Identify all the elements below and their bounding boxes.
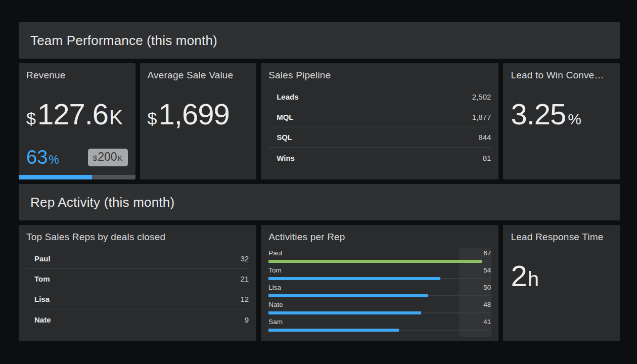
leaderboard-row-value: 9 <box>245 315 249 324</box>
bar-row: Sam 41 <box>268 318 491 332</box>
bar-row: Lisa 50 <box>268 284 491 297</box>
goal-currency-symbol: $ <box>93 154 97 162</box>
bar-track <box>268 277 491 280</box>
pipeline-row-wins: Wins 81 <box>268 148 491 168</box>
conversion-amount: 3.25 <box>511 97 566 131</box>
bar-row-label: Tom <box>268 266 282 274</box>
bar-fill <box>268 260 481 263</box>
average-sale-amount: 1,699 <box>159 97 230 131</box>
top-sales-reps-title: Top Sales Reps by deals closed <box>26 232 249 243</box>
bar-row: Tom 54 <box>268 266 491 280</box>
revenue-title: Revenue <box>26 70 128 81</box>
revenue-progress-percent: 63% <box>26 147 59 168</box>
revenue-value: $127.6K <box>26 97 128 131</box>
bar-row-value: 41 <box>483 318 491 326</box>
goal-unit: K <box>118 154 123 162</box>
bar-row-label: Nate <box>268 301 283 308</box>
bar-row-label: Sam <box>268 318 283 326</box>
bar-row-value: 67 <box>483 249 491 257</box>
revenue-percent-sign: % <box>49 153 59 167</box>
card-revenue: Revenue $127.6K 63% $200K <box>19 63 135 179</box>
sales-pipeline-rows: Leads 2,502 MQL 1,877 SQL 844 Wins 81 <box>268 87 491 168</box>
section-header-team-performance: Team Performance (this month) <box>19 22 620 59</box>
pipeline-row-label: Leads <box>277 93 298 101</box>
leaderboard-row-label: Lisa <box>34 295 50 303</box>
activities-title: Activities per Rep <box>268 232 491 243</box>
bar-fill <box>268 277 440 280</box>
pipeline-row-value: 844 <box>478 133 491 142</box>
leaderboard-row-value: 21 <box>241 275 249 283</box>
average-sale-value: $1,699 <box>148 97 249 131</box>
pipeline-row-mql: MQL 1,877 <box>268 107 491 127</box>
bar-fill <box>268 294 427 297</box>
lead-to-win-value: 3.25% <box>511 97 612 131</box>
conversion-percent-sign: % <box>568 111 581 128</box>
revenue-footer: 63% $200K <box>26 147 128 168</box>
pipeline-row-label: MQL <box>277 113 293 121</box>
pipeline-row-label: Wins <box>277 154 295 162</box>
leaderboard-row: Nate 9 <box>26 309 249 330</box>
bar-row-value: 54 <box>483 266 491 274</box>
bar-track <box>268 311 491 314</box>
pipeline-row-leads: Leads 2,502 <box>268 87 491 107</box>
sales-pipeline-title: Sales Pipeline <box>268 70 491 81</box>
section-title-rep-activity: Rep Activity (this month) <box>30 195 174 210</box>
dashboard: Team Performance (this month) Revenue $1… <box>19 22 620 341</box>
lead-response-value: 2h <box>511 259 612 293</box>
response-time-unit: h <box>528 268 539 291</box>
revenue-goal-badge: $200K <box>88 149 128 166</box>
bar-fill <box>268 329 399 332</box>
card-activities-per-rep: Activities per Rep Paul 67 Tom 54 Lisa <box>261 225 498 341</box>
leaderboard-row: Lisa 12 <box>26 289 249 309</box>
bar-track <box>268 329 491 332</box>
leaderboard-row-label: Paul <box>34 254 51 263</box>
section-header-rep-activity: Rep Activity (this month) <box>19 184 620 220</box>
leaderboard-row-label: Nate <box>34 315 51 324</box>
activities-bar-chart: Paul 67 Tom 54 Lisa 50 <box>268 249 491 332</box>
leaderboard-row-value: 12 <box>241 295 249 303</box>
bar-fill <box>268 311 421 314</box>
pipeline-row-value: 81 <box>483 154 491 162</box>
bar-row-value: 50 <box>483 284 491 291</box>
pipeline-row-value: 2,502 <box>472 93 491 101</box>
revenue-currency-symbol: $ <box>26 109 36 128</box>
card-average-sale-value: Average Sale Value $1,699 <box>140 63 257 179</box>
revenue-amount: 127.6 <box>37 97 108 131</box>
pipeline-row-label: SQL <box>277 133 292 142</box>
revenue-percent-number: 63 <box>26 147 48 168</box>
card-lead-to-win-conversion: Lead to Win Conve… 3.25% <box>503 63 620 179</box>
bar-row-label: Paul <box>268 249 282 257</box>
bar-row: Paul 67 <box>268 249 491 263</box>
top-sales-reps-rows: Paul 32 Tom 21 Lisa 12 Nate 9 <box>26 249 249 330</box>
bar-track <box>268 294 491 297</box>
card-lead-response-time: Lead Response Time 2h <box>503 225 620 341</box>
pipeline-row-sql: SQL 844 <box>268 127 491 148</box>
revenue-progress-fill <box>19 175 92 179</box>
response-time-amount: 2 <box>511 259 526 293</box>
pipeline-row-value: 1,877 <box>472 113 491 121</box>
average-sale-title: Average Sale Value <box>148 70 249 81</box>
goal-amount: 200 <box>98 150 117 164</box>
leaderboard-row-value: 32 <box>241 254 249 263</box>
section-title-team-performance: Team Performance (this month) <box>30 33 217 49</box>
revenue-unit: K <box>109 106 123 129</box>
leaderboard-row-label: Tom <box>34 275 50 283</box>
bar-row-value: 48 <box>483 301 491 308</box>
bar-track <box>268 260 491 263</box>
revenue-progress-bar <box>19 175 135 179</box>
lead-to-win-title: Lead to Win Conve… <box>511 70 612 81</box>
leaderboard-row: Tom 21 <box>26 269 249 289</box>
bar-row-label: Lisa <box>268 284 281 291</box>
card-top-sales-reps: Top Sales Reps by deals closed Paul 32 T… <box>19 225 256 341</box>
card-sales-pipeline: Sales Pipeline Leads 2,502 MQL 1,877 SQL… <box>261 63 498 179</box>
lead-response-title: Lead Response Time <box>511 232 612 243</box>
bar-row: Nate 48 <box>268 301 491 314</box>
leaderboard-row: Paul 32 <box>26 249 249 269</box>
average-sale-currency-symbol: $ <box>148 109 157 128</box>
